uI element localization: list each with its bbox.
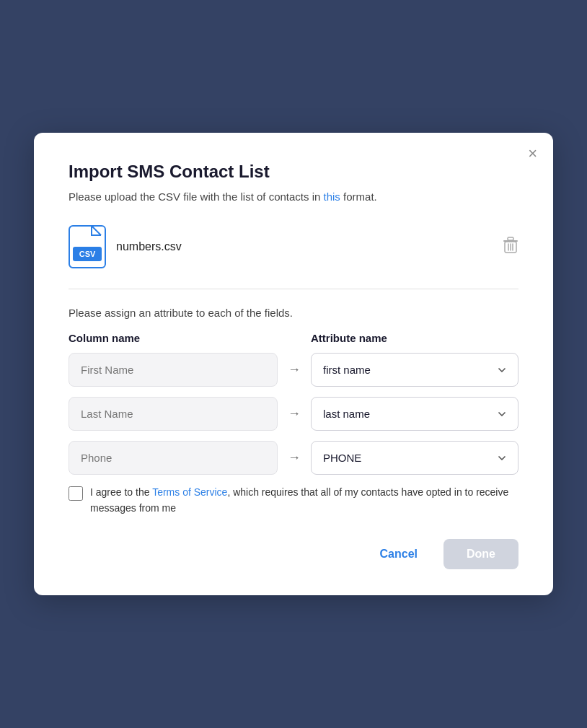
columns-header: Column name Attribute name — [69, 332, 518, 344]
arrow-2: → — [278, 450, 311, 465]
file-name-label: numbers.csv — [116, 240, 182, 253]
attr-select-firstname[interactable]: first name last name PHONE email — [311, 353, 518, 387]
close-button[interactable]: × — [528, 146, 537, 162]
modal-subtitle: Please upload the CSV file with the list… — [69, 189, 518, 206]
terms-label[interactable]: I agree to the Terms of Service, which r… — [90, 485, 518, 516]
assign-label: Please assign an attribute to each of th… — [69, 307, 518, 319]
file-row: CSV numbers.csv — [69, 225, 518, 268]
done-button[interactable]: Done — [443, 539, 518, 569]
divider — [69, 289, 518, 289]
field-row-2: → first name last name PHONE email — [69, 441, 518, 475]
cancel-button[interactable]: Cancel — [368, 540, 429, 568]
checkbox-wrapper[interactable] — [69, 486, 83, 504]
field-row-0: → first name last name PHONE email — [69, 353, 518, 387]
file-info: CSV numbers.csv — [69, 225, 182, 268]
svg-rect-4 — [508, 237, 513, 240]
subtitle-text-pre: Please upload the CSV file with the list… — [69, 190, 324, 203]
attr-select-lastname[interactable]: first name last name PHONE email — [311, 397, 518, 431]
format-link[interactable]: this — [324, 190, 340, 203]
column-name-header: Column name — [69, 332, 278, 344]
terms-checkbox[interactable] — [69, 486, 83, 501]
attr-select-phone[interactable]: first name last name PHONE email — [311, 441, 518, 475]
field-row-1: → first name last name PHONE email — [69, 397, 518, 431]
csv-file-icon: CSV — [69, 225, 106, 268]
terms-link[interactable]: Terms of Service — [152, 486, 227, 498]
import-modal: × Import SMS Contact List Please upload … — [34, 133, 553, 596]
delete-file-button[interactable] — [503, 237, 518, 258]
modal-title: Import SMS Contact List — [69, 162, 518, 182]
subtitle-text-post: format. — [340, 190, 377, 203]
attribute-name-header: Attribute name — [311, 332, 387, 344]
svg-text:CSV: CSV — [79, 250, 96, 258]
column-input-firstname — [69, 353, 278, 387]
column-input-phone — [69, 441, 278, 475]
column-input-lastname — [69, 397, 278, 431]
arrow-0: → — [278, 362, 311, 377]
arrow-1: → — [278, 406, 311, 421]
terms-checkbox-row: I agree to the Terms of Service, which r… — [69, 485, 518, 516]
modal-footer: Cancel Done — [69, 539, 518, 569]
